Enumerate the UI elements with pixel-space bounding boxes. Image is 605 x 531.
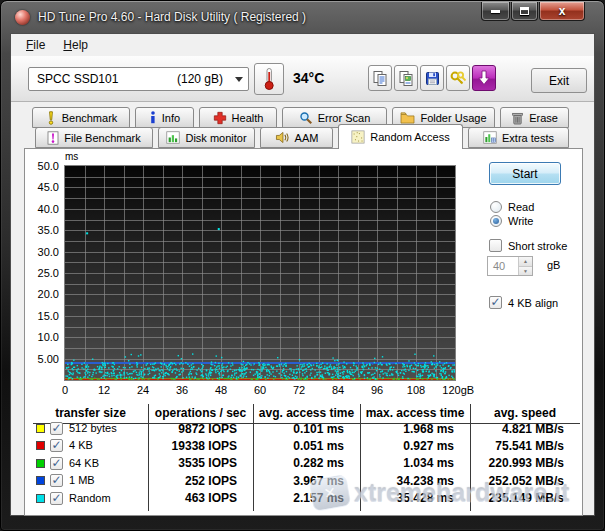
y-tick-label: 30.0 — [25, 246, 59, 258]
y-axis-unit-label: ms — [65, 151, 78, 162]
short-stroke-label: Short stroke — [508, 240, 567, 252]
folder-icon — [400, 111, 415, 124]
tab-benchmark[interactable]: Benchmark — [32, 107, 130, 128]
series-color-swatch — [36, 441, 45, 450]
trash-icon — [511, 111, 524, 125]
x-tick-label: 72 — [293, 384, 305, 396]
series-checkbox[interactable] — [50, 492, 63, 505]
tab-extra-tests[interactable]: Extra tests — [468, 127, 569, 148]
health-cross-icon — [213, 111, 227, 125]
series-checkbox[interactable] — [50, 439, 63, 452]
table-divider — [25, 399, 582, 400]
tab-erase-label: Erase — [529, 112, 558, 124]
menu-file[interactable]: File — [17, 35, 54, 55]
tab-info[interactable]: Info — [135, 107, 194, 128]
series-cell: 1 MB — [33, 472, 148, 489]
series-label: Random — [69, 492, 111, 504]
copy-image-button[interactable] — [394, 65, 418, 91]
column-separator — [253, 404, 254, 511]
drive-select[interactable]: SPCC SSD101 (120 gB) — [28, 67, 249, 91]
series-cell: 512 bytes — [33, 420, 148, 437]
separator — [470, 192, 580, 193]
write-radio[interactable] — [490, 215, 502, 227]
x-tick-label: 60 — [254, 384, 266, 396]
chevron-down-icon — [235, 77, 243, 82]
table-value: 3.967 ms — [253, 474, 360, 488]
spinner-buttons[interactable]: ▲ ▼ — [518, 257, 532, 275]
tab-disk-monitor[interactable]: Disk monitor — [158, 127, 255, 148]
align-checkbox[interactable] — [489, 296, 502, 309]
tab-health-label: Health — [232, 112, 264, 124]
hd-tune-window: HD Tune Pro 4.60 - Hard Disk Utility ( R… — [0, 0, 605, 531]
random-access-chart — [64, 165, 456, 381]
x-tick-label: 96 — [371, 384, 383, 396]
tab-extra-tests-label: Extra tests — [502, 132, 554, 144]
options-button[interactable] — [446, 65, 470, 91]
random-access-panel: ms 50.045.040.035.030.025.020.015.010.05… — [24, 148, 583, 516]
table-row: 1 MB252 IOPS3.967 ms34.238 ms252.052 MB/… — [33, 472, 580, 489]
x-tick-label: 108 — [407, 384, 425, 396]
read-radio[interactable] — [490, 201, 502, 213]
window-frame: HD Tune Pro 4.60 - Hard Disk Utility ( R… — [0, 0, 605, 531]
temperature-button[interactable] — [254, 63, 284, 95]
separator — [470, 284, 580, 285]
start-label: Start — [512, 167, 537, 181]
disk-monitor-icon — [166, 131, 180, 144]
tab-aam[interactable]: AAM — [260, 127, 333, 148]
read-label: Read — [508, 201, 534, 213]
maximize-icon — [520, 7, 529, 15]
maximize-button[interactable] — [511, 2, 538, 21]
short-stroke-checkbox[interactable] — [489, 239, 502, 252]
title-bar[interactable]: HD Tune Pro 4.60 - Hard Disk Utility ( R… — [1, 1, 604, 33]
series-checkbox[interactable] — [50, 422, 63, 435]
y-tick-label: 50.0 — [25, 160, 59, 172]
download-button[interactable] — [472, 65, 496, 91]
info-icon — [149, 111, 157, 125]
y-tick-label: 15.0 — [25, 310, 59, 322]
table-value: 2.157 ms — [253, 491, 360, 505]
table-value: 34.238 ms — [360, 474, 470, 488]
table-value: 9872 IOPS — [148, 422, 253, 436]
column-separator — [360, 404, 361, 511]
table-value: 19338 IOPS — [148, 439, 253, 453]
table-row: 512 bytes9872 IOPS0.101 ms1.968 ms4.821 … — [33, 420, 580, 437]
table-value: 252.052 MB/s — [470, 474, 580, 488]
keys-icon — [449, 70, 467, 87]
table-row: 64 KB3535 IOPS0.282 ms1.034 ms220.993 MB… — [33, 455, 580, 472]
series-color-swatch — [36, 494, 45, 503]
speaker-icon — [275, 131, 290, 144]
copy-text-button[interactable] — [368, 65, 392, 91]
menu-help[interactable]: Help — [54, 35, 97, 55]
close-button[interactable]: x — [539, 2, 585, 21]
spinner-up-icon[interactable]: ▲ — [519, 257, 532, 267]
series-checkbox[interactable] — [50, 474, 63, 487]
y-tick-label: 45.0 — [25, 181, 59, 193]
file-exclamation-icon — [47, 131, 59, 145]
write-label: Write — [508, 215, 533, 227]
tab-random-access[interactable]: Random Access — [338, 124, 463, 149]
table-value: 0.927 ms — [360, 439, 470, 453]
series-cell: 4 KB — [33, 437, 148, 454]
tab-random-access-label: Random Access — [370, 131, 449, 143]
save-button[interactable] — [420, 65, 444, 91]
drive-select-arrow[interactable] — [230, 68, 248, 90]
table-row: 4 KB19338 IOPS0.051 ms0.927 ms75.541 MB/… — [33, 437, 580, 454]
spinner-down-icon[interactable]: ▼ — [519, 267, 532, 276]
short-stroke-size-spinner[interactable]: 40 ▲ ▼ — [487, 256, 533, 276]
tab-health[interactable]: Health — [199, 107, 277, 128]
series-checkbox[interactable] — [50, 457, 63, 470]
extra-tests-icon — [483, 131, 497, 144]
start-button[interactable]: Start — [489, 162, 561, 185]
table-value: 3535 IOPS — [148, 456, 253, 470]
y-tick-label: 5.00 — [25, 353, 59, 365]
tab-erase[interactable]: Erase — [500, 107, 569, 128]
app-icon — [15, 10, 30, 25]
download-arrow-icon — [477, 70, 491, 86]
exit-label: Exit — [549, 74, 569, 88]
table-value: 463 IOPS — [148, 491, 253, 505]
x-tick-label: 36 — [176, 384, 188, 396]
minimize-button[interactable] — [481, 2, 510, 21]
tab-file-benchmark[interactable]: File Benchmark — [35, 127, 153, 148]
exit-button[interactable]: Exit — [531, 68, 587, 93]
column-separator — [470, 404, 471, 511]
